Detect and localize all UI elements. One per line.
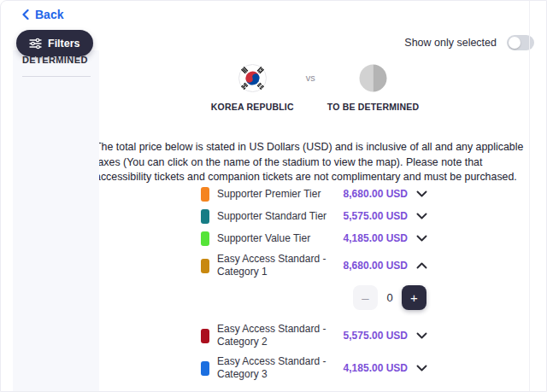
ticket-category-label: Supporter Value Tier — [217, 232, 332, 245]
show-only-selected-label: Show only selected — [404, 37, 497, 49]
ticket-category-label: Easy Access Standard - Category 1 — [217, 253, 332, 278]
team-home: KOREA REPUBLIC — [211, 64, 294, 112]
plus-icon: + — [410, 290, 418, 305]
ticket-price: 5,575.00 USD — [332, 330, 408, 342]
ticket-row: Supporter Premier Tier 8,680.00 USD — [201, 186, 428, 202]
ticket-price: 5,575.00 USD — [332, 210, 408, 222]
team-away: TO BE DETERMINED — [327, 64, 419, 112]
sliders-icon — [29, 38, 42, 50]
ticket-list: Supporter Premier Tier 8,680.00 USD Supp… — [201, 186, 428, 388]
chevron-left-icon — [22, 9, 29, 20]
ticket-price: 4,185.00 USD — [332, 362, 408, 374]
placeholder-flag-icon — [359, 64, 387, 92]
ticket-row: Easy Access Standard - Category 2 5,575.… — [201, 323, 428, 348]
ticket-category-label: Easy Access Standard - Category 3 — [217, 355, 332, 381]
back-button[interactable]: Back — [22, 8, 63, 21]
back-label: Back — [35, 8, 63, 21]
chevron-up-icon[interactable] — [415, 262, 428, 269]
quantity-increase-button[interactable]: + — [402, 285, 426, 310]
team-away-name: TO BE DETERMINED — [327, 102, 419, 112]
chevron-down-icon[interactable] — [415, 213, 428, 219]
scrollbar-track[interactable] — [529, 1, 530, 391]
ticket-price: 8,680.00 USD — [332, 188, 408, 200]
ticket-category-label: Supporter Standard Tier — [217, 210, 332, 223]
korea-republic-flag-icon — [238, 64, 267, 92]
minus-icon: – — [362, 290, 368, 305]
ticket-category-label: Supporter Premier Tier — [217, 188, 332, 201]
category-color-swatch — [201, 329, 209, 343]
quantity-decrease-button[interactable]: – — [353, 285, 378, 310]
filters-label: Filters — [48, 38, 80, 50]
ticket-row: Supporter Value Tier 4,185.00 USD — [201, 231, 428, 246]
ticket-row: Easy Access Standard - Category 1 8,680.… — [201, 253, 428, 278]
chevron-down-icon[interactable] — [415, 190, 428, 197]
quantity-value: 0 — [386, 291, 393, 304]
price-notice-text: The total price below is stated in US Do… — [95, 140, 537, 185]
matches-sidebar: DETERMINED — [13, 50, 99, 391]
filters-button[interactable]: Filters — [16, 30, 93, 56]
ticket-row: Supporter Standard Tier 5,575.00 USD — [201, 208, 428, 224]
team-home-name: KOREA REPUBLIC — [211, 102, 294, 112]
ticket-category-label: Easy Access Standard - Category 2 — [217, 323, 332, 348]
category-color-swatch — [201, 361, 209, 376]
category-color-swatch — [201, 209, 209, 224]
chevron-down-icon[interactable] — [415, 365, 428, 372]
category-color-swatch — [201, 187, 209, 202]
toggle-knob — [509, 37, 521, 49]
match-header: KOREA REPUBLIC vs TO BE DETERMINED — [99, 64, 531, 112]
chevron-down-icon[interactable] — [415, 235, 428, 242]
vs-label: vs — [306, 73, 315, 83]
ticket-price: 4,185.00 USD — [332, 232, 408, 244]
show-only-selected-toggle[interactable] — [507, 35, 534, 50]
quantity-stepper: – 0 + — [201, 285, 426, 310]
ticket-row: Easy Access Standard - Category 3 4,185.… — [201, 355, 428, 381]
sidebar-divider — [22, 76, 91, 77]
category-color-swatch — [201, 259, 209, 273]
chevron-down-icon[interactable] — [415, 332, 428, 339]
category-color-swatch — [201, 231, 209, 246]
ticket-price: 8,680.00 USD — [332, 260, 408, 272]
